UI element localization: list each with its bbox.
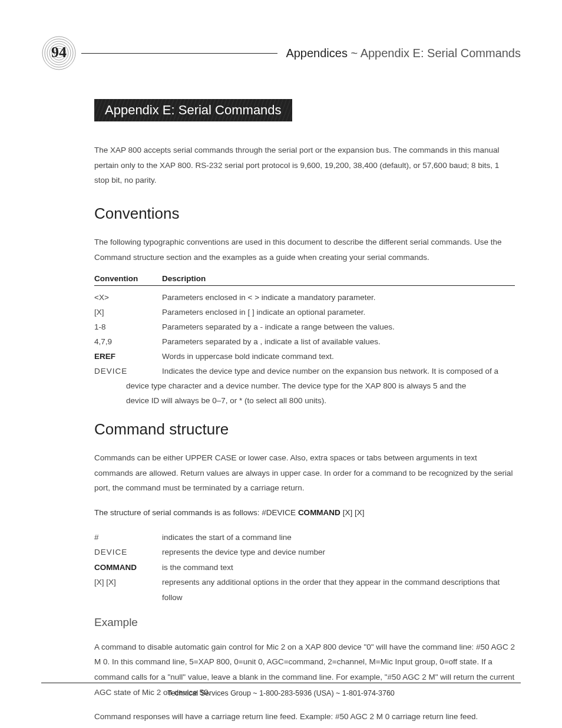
main-content: The XAP 800 accepts serial commands thro… xyxy=(94,143,515,724)
table-row: 1-8 Parameters separated by a - indicate… xyxy=(94,320,515,335)
section-banner: Appendix E: Serial Commands xyxy=(94,99,292,121)
table-row: 4,7,9 Parameters separated by a , indica… xyxy=(94,335,515,350)
page-number: 94 xyxy=(51,44,67,61)
table-header: Convention Description xyxy=(94,274,515,286)
command-structure-heading: Command structure xyxy=(94,420,515,439)
table-row: DEVICE represents the device type and de… xyxy=(94,545,515,560)
table-row: <X> Parameters enclosed in < > indicate … xyxy=(94,291,515,305)
example-heading: Example xyxy=(94,616,515,629)
conventions-heading: Conventions xyxy=(94,205,515,223)
command-structure-intro: Commands can be either UPPER CASE or low… xyxy=(94,450,515,496)
table-row: EREF Words in uppercase bold indicate co… xyxy=(94,350,515,364)
header-title: Appendices ~ Appendix E: Serial Commands xyxy=(286,47,521,60)
page-footer: Technical Services Group ~ 1-800-283-593… xyxy=(41,683,521,697)
table-row: [X] Parameters enclosed in [ ] indicate … xyxy=(94,305,515,320)
header-rule xyxy=(81,53,277,54)
command-structure-format: The structure of serial commands is as f… xyxy=(94,505,515,521)
table-row: COMMAND is the command text xyxy=(94,560,515,575)
example-paragraph-2: Command responses will have a carriage r… xyxy=(94,709,515,724)
page-number-badge: 94 xyxy=(41,35,77,71)
table-row-continuation: device type character and a device numbe… xyxy=(94,379,515,394)
intro-paragraph: The XAP 800 accepts serial commands thro… xyxy=(94,143,515,188)
conventions-table: Convention Description <X> Parameters en… xyxy=(94,274,515,409)
table-row-continuation: device ID will always be 0–7, or * (to s… xyxy=(94,394,515,409)
conventions-intro: The following typographic conventions ar… xyxy=(94,235,515,265)
structure-table: # indicates the start of a command line … xyxy=(94,530,515,605)
page-header: 94 Appendices ~ Appendix E: Serial Comma… xyxy=(41,35,521,71)
table-row: # indicates the start of a command line xyxy=(94,530,515,545)
table-row: DEVICE Indicates the device type and dev… xyxy=(94,364,515,379)
table-row: [X] [X] represents any additional option… xyxy=(94,575,515,605)
